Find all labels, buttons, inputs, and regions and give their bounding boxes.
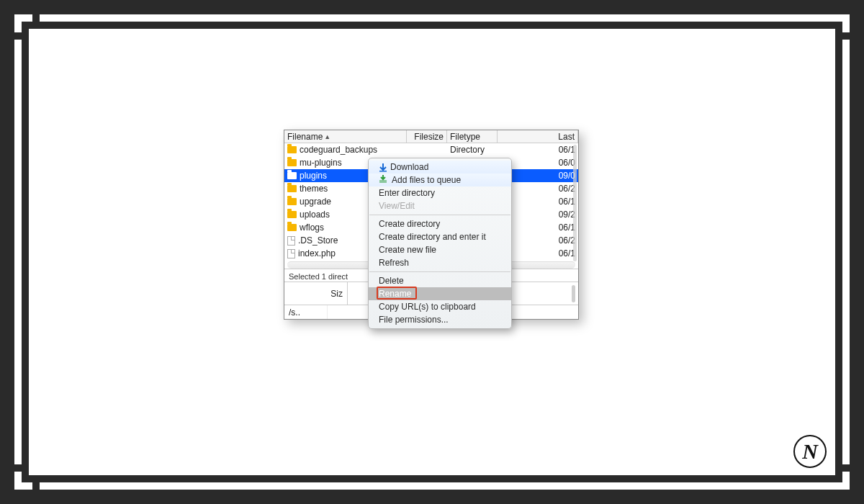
- cell-last: 06/1: [498, 143, 578, 156]
- filename-text: wflogs: [300, 221, 324, 234]
- col-label: Filename: [287, 130, 323, 143]
- sort-asc-icon: ▲: [324, 130, 330, 143]
- ctx-refresh[interactable]: Refresh: [369, 256, 511, 269]
- folder-icon: [287, 185, 297, 192]
- brand-logo: N: [793, 435, 827, 468]
- column-header-last[interactable]: Last: [498, 130, 578, 143]
- folder-icon: [287, 198, 297, 205]
- column-header-filetype[interactable]: Filetype: [447, 130, 498, 143]
- ctx-create-file[interactable]: Create new file: [369, 243, 511, 256]
- filename-text: upgrade: [300, 195, 331, 208]
- ctx-view-edit: View/Edit: [369, 199, 511, 212]
- vertical-scrollbar[interactable]: [573, 145, 577, 261]
- table-row[interactable]: codeguard_backupsDirectory06/1: [284, 143, 578, 156]
- vertical-scrollbar-small[interactable]: [572, 285, 575, 302]
- ctx-file-permissions[interactable]: File permissions...: [369, 313, 511, 326]
- context-menu: Download Add files to queue Enter direct…: [368, 158, 512, 329]
- page-canvas: Filename ▲ Filesize Filetype Last codegu…: [29, 29, 835, 475]
- ctx-create-directory-enter[interactable]: Create directory and enter it: [369, 230, 511, 243]
- folder-icon: [287, 146, 297, 153]
- cell-filesize: [407, 143, 447, 156]
- cell-filename: codeguard_backups: [284, 143, 407, 156]
- ctx-rename[interactable]: Rename: [369, 287, 511, 300]
- file-icon: [287, 236, 295, 246]
- filename-text: themes: [300, 182, 328, 195]
- folder-icon: [287, 211, 297, 218]
- download-arrow-icon: [379, 163, 386, 171]
- add-queue-icon: [379, 174, 387, 186]
- ctx-enter-directory[interactable]: Enter directory: [369, 186, 511, 199]
- filename-text: mu-plugins: [300, 156, 342, 169]
- ctx-separator: [369, 215, 510, 215]
- folder-icon: [287, 172, 297, 179]
- filename-text: .DS_Store: [298, 234, 338, 247]
- ctx-copy-url[interactable]: Copy URL(s) to clipboard: [369, 300, 511, 313]
- lower-row-name: /s..: [284, 305, 328, 319]
- ctx-add-to-queue[interactable]: Add files to queue: [369, 174, 511, 186]
- file-listing-panel: Filename ▲ Filesize Filetype Last codegu…: [284, 130, 579, 320]
- lower-size-label: Siz: [284, 282, 348, 305]
- filename-text: plugins: [300, 169, 327, 182]
- filename-text: index.php: [298, 247, 336, 260]
- filename-text: uploads: [300, 208, 330, 221]
- ctx-create-directory[interactable]: Create directory: [369, 217, 511, 230]
- file-icon: [287, 249, 295, 258]
- column-header-filesize[interactable]: Filesize: [407, 130, 447, 143]
- ctx-download[interactable]: Download: [369, 161, 511, 174]
- folder-icon: [287, 159, 297, 166]
- column-headers: Filename ▲ Filesize Filetype Last: [284, 130, 578, 143]
- logo-letter: N: [802, 439, 818, 464]
- ctx-separator: [369, 271, 510, 272]
- ctx-delete[interactable]: Delete: [369, 274, 511, 287]
- column-header-filename[interactable]: Filename ▲: [284, 130, 407, 143]
- cell-filetype: Directory: [447, 143, 498, 156]
- filename-text: codeguard_backups: [300, 143, 377, 156]
- folder-icon: [287, 224, 297, 231]
- svg-rect-0: [379, 171, 387, 172]
